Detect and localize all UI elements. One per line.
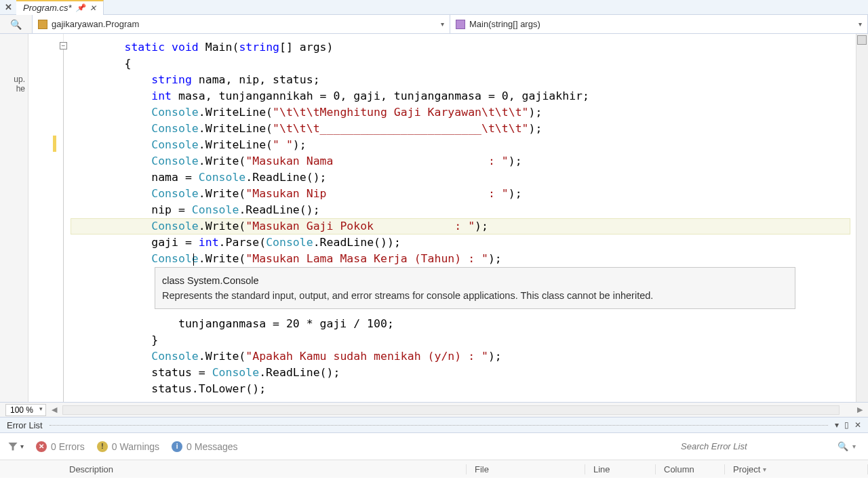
side-text: up. <box>0 75 25 84</box>
chevron-down-icon[interactable]: ▾ <box>852 443 856 450</box>
side-panel-fragment: up. he <box>0 34 28 402</box>
fold-toggle[interactable]: − <box>60 42 67 49</box>
method-text: Main(string[] args) <box>469 19 540 29</box>
error-list-title: Error List <box>7 420 43 430</box>
tooltip-title: class System.Console <box>162 273 788 288</box>
col-line[interactable]: Line <box>585 464 656 474</box>
namespace-dropdown[interactable]: gajikaryawan.Program ▾ <box>33 15 450 33</box>
change-indicator <box>53 136 56 152</box>
text-cursor <box>193 253 194 266</box>
nav-dropdown-bar: 🔍 gajikaryawan.Program ▾ Main(string[] a… <box>0 15 868 34</box>
error-columns: Description File Line Column Project ▾ <box>0 460 868 478</box>
scroll-left-icon[interactable]: ◀ <box>52 405 57 414</box>
editor-area: up. he − static void Main(string[] args)… <box>0 34 868 402</box>
messages-filter[interactable]: i 0 Messages <box>172 441 237 452</box>
sort-icon: ▾ <box>763 466 766 473</box>
horizontal-scrollbar[interactable] <box>62 405 840 415</box>
tab-filename: Program.cs* <box>23 3 72 13</box>
quick-search-gutter: 🔍 <box>0 15 33 33</box>
code-panel[interactable]: − static void Main(string[] args) { stri… <box>28 34 868 402</box>
panel-close-icon[interactable]: ✕ <box>0 2 16 12</box>
pin-icon[interactable]: 📌 <box>76 3 85 12</box>
code-content[interactable]: static void Main(string[] args) { string… <box>71 39 589 397</box>
search-icon[interactable]: 🔍 <box>837 441 848 451</box>
warnings-filter[interactable]: ! 0 Warnings <box>97 441 159 452</box>
col-description[interactable]: Description <box>61 464 467 474</box>
method-icon <box>456 20 465 29</box>
funnel-icon <box>8 443 18 451</box>
side-text: he <box>0 84 25 94</box>
namespace-text: gajikaryawan.Program <box>52 19 139 29</box>
close-panel-icon[interactable]: ✕ <box>854 420 861 430</box>
search-icon[interactable]: 🔍 <box>10 19 22 30</box>
warning-icon: ! <box>97 441 108 452</box>
scroll-right-icon[interactable]: ▶ <box>857 405 863 414</box>
autohide-icon[interactable]: ▯ <box>844 420 849 430</box>
col-file[interactable]: File <box>467 464 585 474</box>
chevron-down-icon: ▾ <box>859 20 862 28</box>
fold-line <box>63 49 64 402</box>
vertical-scrollbar[interactable] <box>856 34 868 402</box>
intellisense-tooltip: class System.Console Represents the stan… <box>155 267 795 309</box>
zoom-bar: 100 % ◀ ▶ <box>0 402 868 417</box>
filter-button[interactable]: ▾ <box>8 443 24 451</box>
split-view-icon[interactable] <box>857 35 867 45</box>
info-icon: i <box>172 441 182 452</box>
header-grip[interactable] <box>50 425 828 426</box>
class-icon <box>38 20 47 29</box>
zoom-selector[interactable]: 100 % <box>5 404 46 416</box>
outline-gutter: − <box>28 34 64 402</box>
error-icon: ✕ <box>36 441 47 452</box>
error-search-box[interactable]: 🔍 ▾ <box>677 439 860 453</box>
dropdown-position-icon[interactable]: ▾ <box>835 420 839 430</box>
error-list-header: Error List ▾ ▯ ✕ <box>0 417 868 433</box>
col-column[interactable]: Column <box>656 464 725 474</box>
file-tab[interactable]: Program.cs* 📌 ✕ <box>16 0 104 15</box>
tab-bar: ✕ Program.cs* 📌 ✕ <box>0 0 868 15</box>
tab-close-icon[interactable]: ✕ <box>90 3 96 13</box>
tooltip-description: Represents the standard input, output, a… <box>162 288 788 303</box>
col-project[interactable]: Project ▾ <box>725 464 868 474</box>
chevron-down-icon: ▾ <box>441 20 444 28</box>
error-search-input[interactable] <box>681 441 833 451</box>
method-dropdown[interactable]: Main(string[] args) ▾ <box>450 15 868 33</box>
errors-filter[interactable]: ✕ 0 Errors <box>36 441 85 452</box>
error-filter-bar: ▾ ✕ 0 Errors ! 0 Warnings i 0 Messages 🔍… <box>0 433 868 460</box>
